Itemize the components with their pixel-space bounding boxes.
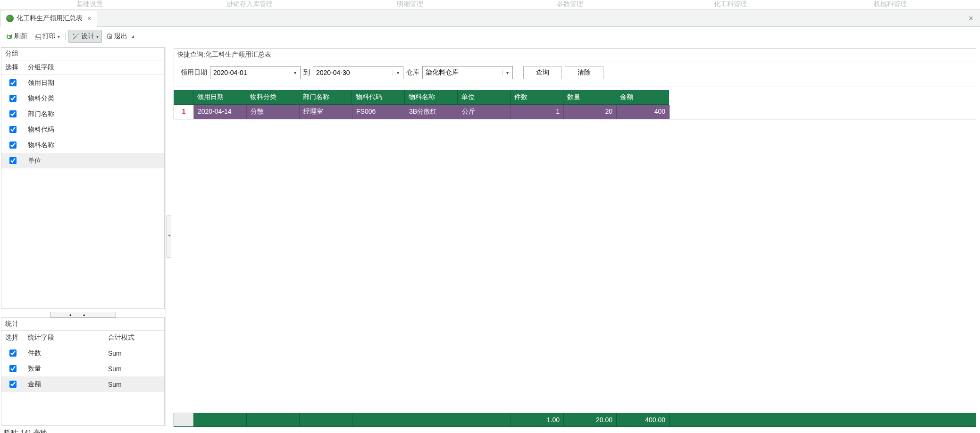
to-label: 到 — [303, 68, 310, 77]
group-checkbox[interactable] — [9, 110, 17, 117]
table-cell: 分散 — [247, 105, 300, 119]
col-select: 选择 — [1, 60, 24, 75]
group-row[interactable]: 领用日期 — [1, 75, 164, 91]
warehouse-select[interactable]: ▾ — [422, 66, 513, 79]
vertical-splitter[interactable] — [166, 46, 172, 427]
group-field-label: 单位 — [24, 154, 45, 168]
group-grid-header: 选择 分组字段 — [1, 60, 164, 75]
table-header-cell[interactable]: 部门名称 — [299, 90, 352, 105]
group-checkbox[interactable] — [9, 79, 17, 86]
table-header-cell[interactable]: 物料代码 — [352, 90, 405, 105]
stats-mode: Sum — [104, 378, 126, 391]
refresh-icon — [7, 33, 12, 39]
left-pane: 分组 选择 分组字段 领用日期 物料分类 部门名称 物料代码 物料名称 单位 ▴… — [0, 46, 166, 427]
table-row[interactable]: 12020-04-14分散经理室FS0063B分散红公斤120400 — [174, 105, 976, 119]
search-button[interactable]: 查询 — [523, 66, 562, 79]
ghost-tab[interactable]: 明细管理 — [330, 0, 490, 8]
stats-mode: Sum — [104, 362, 126, 375]
chevron-down-icon[interactable]: ▾ — [502, 70, 512, 75]
date-from-input[interactable]: ▾ — [210, 66, 301, 79]
print-button[interactable]: 打印 ▾ — [32, 30, 63, 42]
table-header-cell[interactable]: 物料分类 — [246, 90, 299, 105]
group-checkbox[interactable] — [9, 142, 17, 149]
col-mode: 合计模式 — [104, 331, 138, 345]
table-header-cell[interactable]: 物料名称 — [405, 90, 458, 105]
stats-row[interactable]: 金额 Sum — [1, 376, 164, 392]
ghost-tab[interactable]: 化工料管理 — [650, 0, 811, 8]
tab-bar: 化工料生产领用汇总表 × × — [0, 10, 980, 27]
stats-field-label: 金额 — [24, 377, 104, 391]
group-row[interactable]: 物料名称 — [1, 137, 164, 153]
table-header-cell[interactable]: 件数 — [511, 90, 563, 105]
chevron-down-icon[interactable]: ▾ — [290, 70, 300, 75]
refresh-button[interactable]: 刷新 — [4, 30, 30, 42]
group-row[interactable]: 部门名称 — [1, 106, 164, 122]
active-tab[interactable]: 化工料生产领用汇总表 × — [0, 10, 97, 27]
group-checkbox[interactable] — [9, 126, 17, 133]
table-footer: 1.0020.00400.00 — [174, 413, 976, 427]
clear-button[interactable]: 清除 — [565, 66, 603, 79]
date-to-field[interactable] — [313, 67, 393, 79]
row-number: 1 — [174, 105, 194, 119]
group-field-label: 领用日期 — [24, 76, 58, 90]
table-body[interactable]: 12020-04-14分散经理室FS0063B分散红公斤120400 — [174, 105, 976, 413]
group-checkbox[interactable] — [9, 157, 17, 164]
right-pane: 快捷查询:化工料生产领用汇总表 领用日期 ▾ 到 ▾ 仓库 ▾ — [172, 46, 980, 427]
group-field-label: 物料代码 — [24, 123, 58, 137]
table-cell: 3B分散红 — [405, 105, 458, 119]
status-bar: 耗时: 141 毫秒 — [0, 427, 980, 433]
top-ghost-tabs: 基础设置 进销存入库管理 明细管理 参数管理 化工料管理 机械料管理 — [0, 0, 980, 10]
table-footer-cell — [194, 413, 247, 426]
ghost-tab[interactable]: 机械料管理 — [811, 0, 971, 8]
quick-query-title: 快捷查询:化工料生产领用汇总表 — [174, 49, 976, 61]
print-icon — [35, 36, 41, 40]
warehouse-label: 仓库 — [406, 68, 419, 77]
date-to-input[interactable]: ▾ — [313, 66, 403, 79]
group-panel-title: 分组 — [1, 48, 164, 60]
col-select: 选择 — [1, 331, 24, 345]
table-header-cell[interactable]: 领用日期 — [193, 90, 246, 105]
globe-icon — [6, 15, 14, 22]
group-row[interactable]: 物料分类 — [1, 91, 164, 106]
exit-button[interactable]: 退出 ◢ — [104, 30, 137, 42]
ghost-tab[interactable]: 进销存入库管理 — [170, 0, 330, 8]
quick-query-form: 领用日期 ▾ 到 ▾ 仓库 ▾ 查询 清除 — [174, 61, 976, 86]
table-cell: 公斤 — [458, 105, 511, 119]
table-footer-cell — [352, 413, 405, 426]
date-from-field[interactable] — [210, 67, 290, 79]
col-field: 统计字段 — [24, 331, 104, 345]
table-footer-corner — [174, 413, 194, 426]
table-footer-cell — [458, 413, 511, 426]
ghost-tab[interactable]: 参数管理 — [490, 0, 651, 8]
horizontal-splitter[interactable]: ▴▴ — [0, 310, 166, 316]
chevron-down-icon: ▾ — [96, 34, 99, 39]
close-icon[interactable]: × — [87, 15, 91, 22]
stats-row[interactable]: 数量 Sum — [1, 361, 164, 376]
stats-row[interactable]: 件数 Sum — [1, 345, 164, 361]
col-field: 分组字段 — [24, 60, 58, 75]
group-checkbox[interactable] — [9, 95, 17, 102]
group-field-label: 物料名称 — [24, 138, 58, 152]
stats-checkbox[interactable] — [9, 365, 17, 372]
table-header-cell[interactable]: 单位 — [458, 90, 511, 105]
ghost-tab[interactable]: 基础设置 — [9, 0, 170, 8]
stats-checkbox[interactable] — [9, 381, 17, 388]
table-header: 领用日期物料分类部门名称物料代码物料名称单位件数数量金额 — [174, 90, 976, 105]
warehouse-field[interactable] — [423, 67, 502, 79]
group-row[interactable]: 物料代码 — [1, 122, 164, 137]
chevron-down-icon[interactable]: ▾ — [393, 70, 403, 75]
stats-checkbox[interactable] — [9, 350, 17, 357]
window-close-icon[interactable]: × — [964, 10, 977, 27]
group-row[interactable]: 单位 — [1, 153, 164, 168]
table-cell: FS006 — [352, 105, 405, 119]
stats-field-label: 数量 — [24, 362, 104, 376]
design-button[interactable]: 设计 ▾ — [68, 30, 102, 43]
tab-title: 化工料生产领用汇总表 — [17, 14, 83, 23]
table-footer-cell — [300, 413, 352, 426]
stats-grid-header: 选择 统计字段 合计模式 — [1, 331, 164, 345]
group-field-label: 部门名称 — [24, 107, 58, 121]
table-header-cell[interactable]: 数量 — [563, 90, 616, 105]
chevron-down-icon: ▾ — [58, 34, 60, 39]
table-header-cell[interactable]: 金额 — [616, 90, 669, 105]
table-footer-cell — [247, 413, 300, 426]
